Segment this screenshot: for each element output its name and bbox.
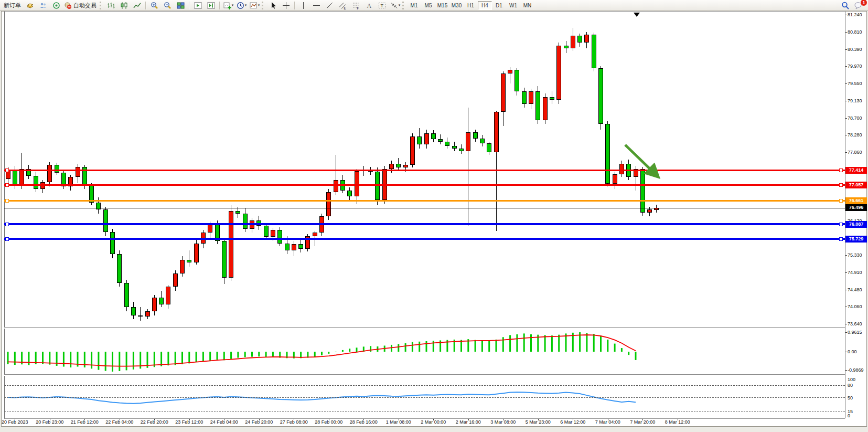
candle-up xyxy=(424,133,429,144)
horizontal-line-75.729[interactable] xyxy=(4,238,845,240)
candle-up xyxy=(313,233,317,236)
periods-button[interactable]: ▾ xyxy=(235,1,248,10)
search-button[interactable] xyxy=(839,1,852,10)
zoom-out-button[interactable] xyxy=(161,1,174,10)
candle-wick xyxy=(189,250,189,267)
line-anchor[interactable] xyxy=(5,168,9,172)
pane-separator[interactable] xyxy=(4,11,845,12)
price-level-box: 77.057 xyxy=(845,182,867,188)
candle-down xyxy=(522,91,527,103)
text-button[interactable]: A xyxy=(362,1,376,10)
timeframe-d1-button[interactable]: D1 xyxy=(492,1,506,10)
horizontal-line-76.661[interactable] xyxy=(4,200,845,202)
tile-windows-button[interactable] xyxy=(174,1,187,10)
indicators-button[interactable]: ▾ xyxy=(222,1,235,10)
line-anchor[interactable] xyxy=(839,168,843,172)
candle-down xyxy=(159,298,164,304)
templates-button[interactable]: ▾ xyxy=(248,1,261,10)
candle-up xyxy=(529,91,533,103)
new-order-button[interactable]: 新订单 xyxy=(1,1,24,10)
pane-separator[interactable] xyxy=(4,328,845,329)
horizontal-line-77.414[interactable] xyxy=(4,170,845,171)
price-axis-tick: 79.970 xyxy=(848,64,862,69)
toolbar-separator xyxy=(189,2,190,9)
rsi-level-80 xyxy=(4,385,845,386)
macd-pane[interactable] xyxy=(4,329,845,374)
candle-down xyxy=(535,91,540,120)
zoom-in-button[interactable] xyxy=(148,1,161,10)
arrow-tools-button[interactable]: ▾ xyxy=(389,1,402,10)
cursor-button[interactable] xyxy=(266,1,280,10)
candle-up xyxy=(326,192,331,217)
line-anchor[interactable] xyxy=(5,223,9,226)
rsi-axis-tick: 50 xyxy=(848,395,853,401)
toolbar-separator xyxy=(145,2,146,9)
label-button[interactable]: T xyxy=(376,1,389,10)
line-anchor[interactable] xyxy=(839,223,843,226)
files-button[interactable] xyxy=(24,1,37,10)
profiles-button[interactable] xyxy=(37,1,50,10)
line-anchor[interactable] xyxy=(839,183,843,187)
line-anchor[interactable] xyxy=(5,237,9,241)
candle-down xyxy=(640,169,645,213)
candle-down xyxy=(452,146,457,149)
candle-down xyxy=(103,209,108,232)
chart-shift-button[interactable] xyxy=(205,1,218,10)
price-axis-tick: 77.860 xyxy=(848,150,862,155)
autotrade-button[interactable]: 自动交易 xyxy=(63,1,99,10)
candle-down xyxy=(131,307,136,315)
line-chart-button[interactable] xyxy=(131,1,144,10)
candle-up xyxy=(145,311,150,317)
price-level-box: 76.087 xyxy=(845,221,867,228)
candle-down xyxy=(438,139,443,142)
toolbar-drag-handle[interactable] xyxy=(402,2,405,9)
candle-up xyxy=(466,132,470,151)
price-level-box: 76.661 xyxy=(845,197,867,204)
trendline-button[interactable] xyxy=(323,1,336,10)
rsi-pane[interactable] xyxy=(4,376,845,418)
timeframe-mn-button[interactable]: MN xyxy=(520,1,534,10)
timeframe-m15-button[interactable]: M15 xyxy=(435,1,449,10)
pane-separator[interactable] xyxy=(4,418,845,419)
channel-button[interactable]: E xyxy=(336,1,349,10)
timeframe-m30-button[interactable]: M30 xyxy=(449,1,464,10)
candle-down xyxy=(473,132,478,139)
timeframe-w1-button[interactable]: W1 xyxy=(506,1,520,10)
candlestick-chart-button[interactable] xyxy=(117,1,131,10)
vline-button[interactable] xyxy=(297,1,310,10)
line-anchor[interactable] xyxy=(839,237,843,241)
horizontal-line-76.087[interactable] xyxy=(4,223,845,225)
candle-down xyxy=(459,149,464,151)
auto-scroll-button[interactable] xyxy=(191,1,205,10)
candle-up xyxy=(584,35,589,43)
bar-chart-button[interactable] xyxy=(104,1,117,10)
timeframe-h1-button[interactable]: H1 xyxy=(464,1,478,10)
price-level-box: 76.496 xyxy=(845,204,867,211)
candle-up xyxy=(403,165,408,167)
fibonacci-button[interactable]: F xyxy=(349,1,362,10)
price-chart-surface[interactable] xyxy=(4,12,845,327)
timeframe-m1-button[interactable]: M1 xyxy=(407,1,421,10)
chat-button[interactable]: 1 xyxy=(852,1,865,10)
candle-down xyxy=(550,97,554,100)
candle-down xyxy=(487,143,491,152)
market-watch-button[interactable] xyxy=(50,1,63,10)
pane-separator[interactable] xyxy=(4,375,845,376)
candle-down xyxy=(138,315,143,317)
price-axis-tick: 78.700 xyxy=(848,115,862,121)
candle-up xyxy=(508,70,512,73)
toolbar-drag-handle[interactable] xyxy=(262,2,265,9)
chevron-down-icon: ▾ xyxy=(245,3,247,7)
toolbar-drag-handle[interactable] xyxy=(100,2,103,9)
line-anchor[interactable] xyxy=(5,183,9,187)
crosshair-button[interactable] xyxy=(280,1,293,10)
candle-up xyxy=(229,211,233,278)
hline-button[interactable] xyxy=(310,1,323,10)
macd-axis-tick: -0.9869 xyxy=(848,367,864,373)
horizontal-line-77.057[interactable] xyxy=(4,184,845,186)
candle-down xyxy=(417,136,422,145)
timeframe-m5-button[interactable]: M5 xyxy=(421,1,435,10)
line-anchor[interactable] xyxy=(839,199,843,203)
timeframe-h4-button[interactable]: H4 xyxy=(478,1,492,10)
line-anchor[interactable] xyxy=(5,199,9,203)
